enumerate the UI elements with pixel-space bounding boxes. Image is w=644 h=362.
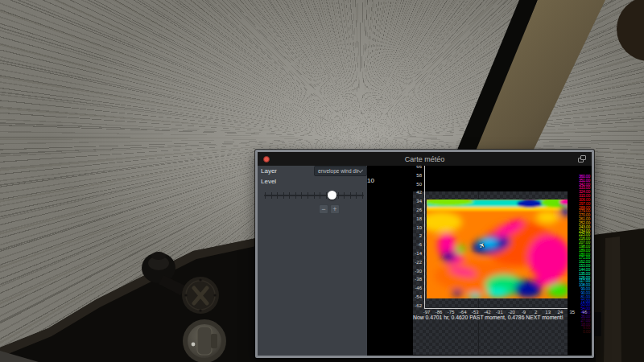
y-tick-label: 26	[416, 208, 422, 213]
x-axis-line	[424, 308, 568, 309]
y-tick-label: -62	[415, 303, 422, 309]
layer-dropdown[interactable]: envelope wind dir	[314, 166, 367, 176]
y-tick-label: 10	[416, 225, 422, 231]
x-plane-badge	[182, 277, 219, 314]
y-tick-label: -30	[415, 269, 422, 274]
slider-knob[interactable]	[328, 191, 336, 200]
popout-icon[interactable]	[578, 155, 586, 162]
mirror-knob	[617, 0, 644, 61]
y-tick-label: -38	[415, 277, 422, 282]
window-title: Carte météo	[405, 155, 445, 163]
y-tick-label: 34	[416, 199, 422, 204]
y-tick-label: 58	[416, 173, 422, 179]
y-tick-label: 18	[416, 216, 422, 222]
level-slider[interactable]	[264, 190, 364, 200]
legend-value: 0.00	[583, 330, 590, 334]
level-value: 10	[367, 177, 374, 184]
x-tick-label: 35	[569, 310, 575, 315]
slider-ticks	[265, 192, 363, 199]
y-axis-line	[424, 166, 425, 308]
latch-handle	[197, 327, 212, 355]
weather-map-window: Carte météo Layer envelope wind dir Leve…	[255, 150, 594, 358]
level-minus-button[interactable]: −	[319, 204, 328, 214]
window-body: Layer envelope wind dir Level 10 − +	[258, 166, 592, 356]
y-tick-label: 66	[416, 166, 422, 170]
y-tick-label: 42	[416, 190, 422, 195]
seat-belt-pillar	[604, 237, 621, 362]
y-tick-label: -6	[418, 242, 422, 248]
wind-direction-heatmap	[427, 200, 568, 298]
close-icon[interactable]	[263, 156, 270, 162]
time-status-text: Now 0.4701 hr, 0.4620 PAST moment, 0.478…	[413, 315, 564, 320]
chevron-down-icon	[357, 167, 363, 173]
level-plus-button[interactable]: +	[330, 204, 340, 214]
flight-sim-screen: Carte météo Layer envelope wind dir Leve…	[0, 0, 644, 362]
door-latch	[183, 319, 226, 362]
y-tick-label: 50	[416, 182, 422, 187]
y-tick-label: 2	[419, 233, 422, 239]
y-tick-label: -14	[415, 251, 422, 257]
y-tick-label: -46	[415, 286, 422, 291]
window-titlebar[interactable]: Carte météo	[258, 152, 592, 166]
layer-dropdown-value: envelope wind dir	[315, 168, 358, 174]
level-label: Level	[261, 178, 276, 185]
y-tick-label: -22	[415, 260, 422, 265]
map-pane: 66585042342618102-6-14-22-30-38-46-54-62…	[367, 166, 592, 356]
layer-label: Layer	[261, 167, 277, 175]
y-tick-label: -54	[415, 294, 422, 300]
